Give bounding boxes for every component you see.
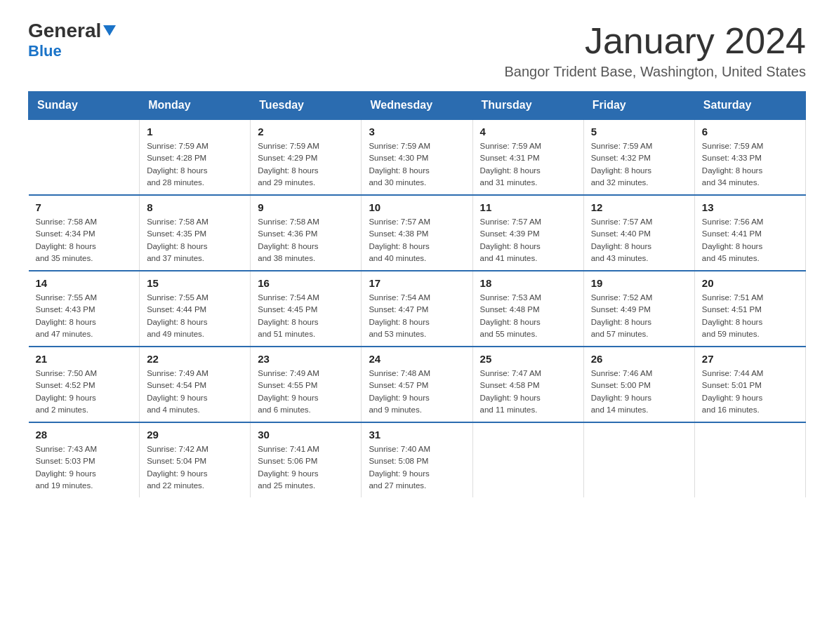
calendar-week-row: 28Sunrise: 7:43 AMSunset: 5:03 PMDayligh… — [29, 422, 806, 497]
day-number: 6 — [702, 126, 798, 137]
calendar-day-8: 8Sunrise: 7:58 AMSunset: 4:35 PMDaylight… — [140, 195, 251, 271]
day-number: 12 — [591, 201, 687, 213]
day-info: Sunrise: 7:56 AMSunset: 4:41 PMDaylight:… — [702, 216, 798, 264]
calendar-day-21: 21Sunrise: 7:50 AMSunset: 4:52 PMDayligh… — [29, 347, 140, 422]
calendar-day-27: 27Sunrise: 7:44 AMSunset: 5:01 PMDayligh… — [694, 347, 805, 422]
day-number: 23 — [258, 353, 354, 365]
day-number: 7 — [36, 201, 133, 213]
page-subtitle: Bangor Trident Base, Washington, United … — [504, 64, 806, 80]
calendar-day-3: 3Sunrise: 7:59 AMSunset: 4:30 PMDaylight… — [362, 119, 472, 195]
day-info: Sunrise: 7:49 AMSunset: 4:54 PMDaylight:… — [147, 368, 243, 416]
calendar-day-18: 18Sunrise: 7:53 AMSunset: 4:48 PMDayligh… — [472, 271, 583, 347]
weekday-header-tuesday: Tuesday — [251, 92, 362, 120]
day-number: 15 — [147, 277, 243, 289]
calendar-day-25: 25Sunrise: 7:47 AMSunset: 4:58 PMDayligh… — [472, 347, 583, 422]
calendar-day-14: 14Sunrise: 7:55 AMSunset: 4:43 PMDayligh… — [29, 271, 140, 347]
day-info: Sunrise: 7:55 AMSunset: 4:43 PMDaylight:… — [36, 292, 133, 340]
day-number: 2 — [258, 126, 354, 137]
calendar-day-29: 29Sunrise: 7:42 AMSunset: 5:04 PMDayligh… — [140, 422, 251, 497]
day-number: 25 — [480, 353, 576, 365]
day-info: Sunrise: 7:55 AMSunset: 4:44 PMDaylight:… — [147, 292, 243, 340]
day-info: Sunrise: 7:54 AMSunset: 4:45 PMDaylight:… — [258, 292, 354, 340]
day-info: Sunrise: 7:59 AMSunset: 4:30 PMDaylight:… — [369, 140, 465, 189]
calendar-day-30: 30Sunrise: 7:41 AMSunset: 5:06 PMDayligh… — [251, 422, 362, 497]
day-number: 26 — [591, 353, 687, 365]
day-number: 13 — [702, 201, 798, 213]
page-title: January 2024 — [504, 21, 806, 61]
calendar-day-19: 19Sunrise: 7:52 AMSunset: 4:49 PMDayligh… — [583, 271, 694, 347]
calendar-day-13: 13Sunrise: 7:56 AMSunset: 4:41 PMDayligh… — [694, 195, 805, 271]
day-info: Sunrise: 7:44 AMSunset: 5:01 PMDaylight:… — [702, 368, 798, 416]
calendar-day-31: 31Sunrise: 7:40 AMSunset: 5:08 PMDayligh… — [362, 422, 472, 497]
calendar-day-11: 11Sunrise: 7:57 AMSunset: 4:39 PMDayligh… — [472, 195, 583, 271]
calendar-day-5: 5Sunrise: 7:59 AMSunset: 4:32 PMDaylight… — [583, 119, 694, 195]
calendar-day-24: 24Sunrise: 7:48 AMSunset: 4:57 PMDayligh… — [362, 347, 472, 422]
calendar-day-17: 17Sunrise: 7:54 AMSunset: 4:47 PMDayligh… — [362, 271, 472, 347]
day-info: Sunrise: 7:59 AMSunset: 4:33 PMDaylight:… — [702, 140, 798, 189]
calendar-day-10: 10Sunrise: 7:57 AMSunset: 4:38 PMDayligh… — [362, 195, 472, 271]
calendar-day-empty — [472, 422, 583, 497]
day-number: 17 — [369, 277, 465, 289]
weekday-header-thursday: Thursday — [472, 92, 583, 120]
day-info: Sunrise: 7:50 AMSunset: 4:52 PMDaylight:… — [36, 368, 133, 416]
calendar-week-row: 7Sunrise: 7:58 AMSunset: 4:34 PMDaylight… — [29, 195, 806, 271]
day-number: 5 — [591, 126, 687, 137]
weekday-header-sunday: Sunday — [29, 92, 140, 120]
calendar-day-4: 4Sunrise: 7:59 AMSunset: 4:31 PMDaylight… — [472, 119, 583, 195]
day-number: 3 — [369, 126, 465, 137]
logo: General Blue — [28, 21, 116, 60]
day-info: Sunrise: 7:59 AMSunset: 4:29 PMDaylight:… — [258, 140, 354, 189]
day-info: Sunrise: 7:59 AMSunset: 4:28 PMDaylight:… — [147, 140, 243, 189]
calendar-day-16: 16Sunrise: 7:54 AMSunset: 4:45 PMDayligh… — [251, 271, 362, 347]
calendar-day-empty — [694, 422, 805, 497]
calendar-day-6: 6Sunrise: 7:59 AMSunset: 4:33 PMDaylight… — [694, 119, 805, 195]
day-info: Sunrise: 7:52 AMSunset: 4:49 PMDaylight:… — [591, 292, 687, 340]
day-info: Sunrise: 7:46 AMSunset: 5:00 PMDaylight:… — [591, 368, 687, 416]
calendar-day-20: 20Sunrise: 7:51 AMSunset: 4:51 PMDayligh… — [694, 271, 805, 347]
page-header: General Blue January 2024 Bangor Trident… — [28, 21, 806, 80]
title-block: January 2024 Bangor Trident Base, Washin… — [504, 21, 806, 80]
day-info: Sunrise: 7:58 AMSunset: 4:35 PMDaylight:… — [147, 216, 243, 264]
calendar-day-15: 15Sunrise: 7:55 AMSunset: 4:44 PMDayligh… — [140, 271, 251, 347]
day-info: Sunrise: 7:58 AMSunset: 4:34 PMDaylight:… — [36, 216, 133, 264]
day-number: 22 — [147, 353, 243, 365]
calendar-week-row: 1Sunrise: 7:59 AMSunset: 4:28 PMDaylight… — [29, 119, 806, 195]
day-info: Sunrise: 7:51 AMSunset: 4:51 PMDaylight:… — [702, 292, 798, 340]
day-info: Sunrise: 7:57 AMSunset: 4:38 PMDaylight:… — [369, 216, 465, 264]
weekday-header-saturday: Saturday — [694, 92, 805, 120]
day-info: Sunrise: 7:53 AMSunset: 4:48 PMDaylight:… — [480, 292, 576, 340]
day-number: 19 — [591, 277, 687, 289]
day-info: Sunrise: 7:54 AMSunset: 4:47 PMDaylight:… — [369, 292, 465, 340]
day-number: 10 — [369, 201, 465, 213]
calendar-week-row: 21Sunrise: 7:50 AMSunset: 4:52 PMDayligh… — [29, 347, 806, 422]
calendar-day-1: 1Sunrise: 7:59 AMSunset: 4:28 PMDaylight… — [140, 119, 251, 195]
day-number: 11 — [480, 201, 576, 213]
calendar-day-2: 2Sunrise: 7:59 AMSunset: 4:29 PMDaylight… — [251, 119, 362, 195]
day-number: 30 — [258, 429, 354, 441]
day-number: 9 — [258, 201, 354, 213]
day-info: Sunrise: 7:43 AMSunset: 5:03 PMDaylight:… — [36, 443, 133, 492]
calendar-day-empty — [29, 119, 140, 195]
calendar-day-empty — [583, 422, 694, 497]
day-info: Sunrise: 7:49 AMSunset: 4:55 PMDaylight:… — [258, 368, 354, 416]
logo-text: General — [28, 21, 116, 41]
day-info: Sunrise: 7:40 AMSunset: 5:08 PMDaylight:… — [369, 443, 465, 492]
day-info: Sunrise: 7:57 AMSunset: 4:40 PMDaylight:… — [591, 216, 687, 264]
day-number: 27 — [702, 353, 798, 365]
day-info: Sunrise: 7:47 AMSunset: 4:58 PMDaylight:… — [480, 368, 576, 416]
day-info: Sunrise: 7:59 AMSunset: 4:31 PMDaylight:… — [480, 140, 576, 189]
day-number: 28 — [36, 429, 133, 441]
calendar-day-9: 9Sunrise: 7:58 AMSunset: 4:36 PMDaylight… — [251, 195, 362, 271]
calendar-day-23: 23Sunrise: 7:49 AMSunset: 4:55 PMDayligh… — [251, 347, 362, 422]
day-info: Sunrise: 7:59 AMSunset: 4:32 PMDaylight:… — [591, 140, 687, 189]
weekday-header-friday: Friday — [583, 92, 694, 120]
calendar-header-row: SundayMondayTuesdayWednesdayThursdayFrid… — [29, 92, 806, 120]
calendar-day-12: 12Sunrise: 7:57 AMSunset: 4:40 PMDayligh… — [583, 195, 694, 271]
calendar-day-28: 28Sunrise: 7:43 AMSunset: 5:03 PMDayligh… — [29, 422, 140, 497]
day-number: 21 — [36, 353, 133, 365]
calendar-day-26: 26Sunrise: 7:46 AMSunset: 5:00 PMDayligh… — [583, 347, 694, 422]
day-number: 20 — [702, 277, 798, 289]
day-info: Sunrise: 7:41 AMSunset: 5:06 PMDaylight:… — [258, 443, 354, 492]
day-number: 29 — [147, 429, 243, 441]
day-number: 24 — [369, 353, 465, 365]
